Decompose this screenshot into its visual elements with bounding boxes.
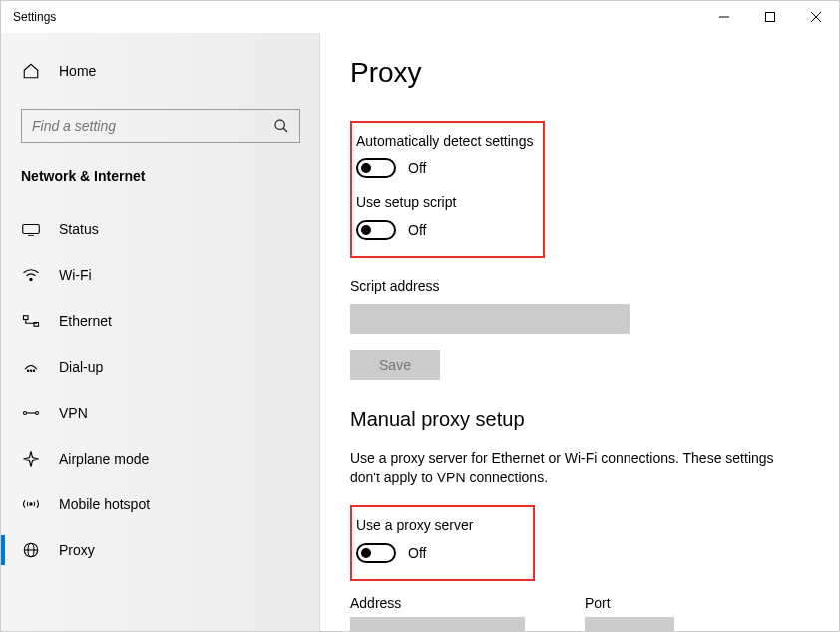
svg-line-5 xyxy=(283,128,287,132)
svg-point-17 xyxy=(30,503,32,505)
sidebar-item-hotspot[interactable]: Mobile hotspot xyxy=(1,481,320,527)
address-input[interactable] xyxy=(350,617,525,631)
use-proxy-toggle[interactable] xyxy=(356,543,396,563)
sidebar-item-label: Status xyxy=(59,221,99,237)
home-icon xyxy=(21,62,41,80)
home-nav[interactable]: Home xyxy=(1,51,320,91)
auto-detect-label: Automatically detect settings xyxy=(356,133,533,149)
svg-point-11 xyxy=(27,370,29,372)
search-input[interactable] xyxy=(32,118,273,134)
svg-point-8 xyxy=(30,278,32,280)
titlebar: Settings xyxy=(1,1,839,33)
setup-script-state: Off xyxy=(408,222,426,238)
address-label: Address xyxy=(350,595,555,611)
sidebar-item-vpn[interactable]: VPN xyxy=(1,390,320,436)
proxy-icon xyxy=(21,541,41,559)
sidebar: Home Network & Internet Status Wi-Fi Eth… xyxy=(1,33,320,631)
svg-rect-9 xyxy=(24,316,29,320)
setup-script-toggle[interactable] xyxy=(356,220,396,240)
hotspot-icon xyxy=(21,497,41,511)
section-header: Network & Internet xyxy=(1,160,320,192)
dialup-icon xyxy=(21,360,41,374)
highlight-manual-proxy: Use a proxy server Off xyxy=(350,505,535,581)
wifi-icon xyxy=(21,268,41,282)
sidebar-item-proxy[interactable]: Proxy xyxy=(1,527,320,573)
port-input[interactable] xyxy=(585,617,674,631)
search-icon xyxy=(273,118,289,134)
ethernet-icon xyxy=(21,314,41,328)
svg-rect-1 xyxy=(766,13,775,22)
sidebar-item-wifi[interactable]: Wi-Fi xyxy=(1,252,320,298)
svg-point-15 xyxy=(36,412,39,415)
svg-point-4 xyxy=(275,120,284,129)
sidebar-item-label: Airplane mode xyxy=(59,451,149,467)
svg-point-14 xyxy=(24,412,27,415)
content: Proxy Automatically detect settings Off … xyxy=(320,33,839,631)
manual-section-desc: Use a proxy server for Ethernet or Wi-Fi… xyxy=(350,449,779,487)
use-proxy-label: Use a proxy server xyxy=(356,517,473,533)
script-address-input[interactable] xyxy=(350,304,630,334)
manual-section-title: Manual proxy setup xyxy=(350,408,809,431)
sidebar-item-dialup[interactable]: Dial-up xyxy=(1,344,320,390)
sidebar-item-label: Mobile hotspot xyxy=(59,496,150,512)
auto-detect-state: Off xyxy=(408,160,426,176)
page-title: Proxy xyxy=(350,57,809,89)
sidebar-item-label: VPN xyxy=(59,405,88,421)
sidebar-item-label: Proxy xyxy=(59,542,95,558)
maximize-button[interactable] xyxy=(747,1,793,33)
close-button[interactable] xyxy=(793,1,839,33)
sidebar-item-label: Ethernet xyxy=(59,313,112,329)
home-label: Home xyxy=(59,63,96,79)
highlight-auto-setup: Automatically detect settings Off Use se… xyxy=(350,121,545,258)
window-title: Settings xyxy=(13,10,701,24)
status-icon xyxy=(21,222,41,236)
use-proxy-state: Off xyxy=(408,545,426,561)
script-address-label: Script address xyxy=(350,278,809,294)
airplane-icon xyxy=(21,450,41,468)
minimize-button[interactable] xyxy=(701,1,747,33)
sidebar-item-status[interactable]: Status xyxy=(1,206,320,252)
port-label: Port xyxy=(585,595,674,611)
sidebar-item-label: Wi-Fi xyxy=(59,267,92,283)
vpn-icon xyxy=(21,406,41,420)
save-button[interactable]: Save xyxy=(350,350,440,380)
window-controls xyxy=(701,1,839,33)
sidebar-item-airplane[interactable]: Airplane mode xyxy=(1,436,320,481)
svg-point-12 xyxy=(30,370,32,372)
auto-detect-toggle[interactable] xyxy=(356,158,396,178)
sidebar-item-ethernet[interactable]: Ethernet xyxy=(1,298,320,344)
search-box[interactable] xyxy=(21,109,300,143)
svg-rect-6 xyxy=(23,225,40,234)
setup-script-label: Use setup script xyxy=(356,194,533,210)
svg-point-13 xyxy=(33,370,35,372)
sidebar-item-label: Dial-up xyxy=(59,359,103,375)
